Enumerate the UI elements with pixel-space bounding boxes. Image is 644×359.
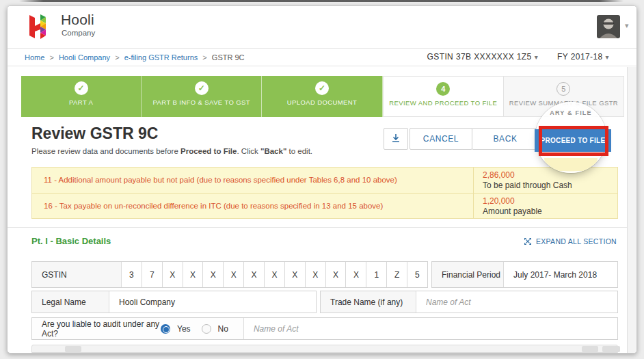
window-top-edge [19, 0, 623, 2]
gstin-char: 3 [122, 262, 142, 287]
alert-amount-block: 1,20,000 Amount payable [473, 194, 617, 218]
breadcrumb-separator: > [202, 53, 206, 62]
app-header: Hooli Company ▾ [8, 6, 636, 49]
breadcrumb-bar: Home > Hooli Company > e-filing GSTR Ret… [8, 49, 636, 66]
gstin-dropdown[interactable]: GSTIN 37B XXXXXXX 1Z5▾ [427, 52, 539, 62]
next-section-chip [65, 346, 81, 352]
breadcrumb-home[interactable]: Home [25, 53, 44, 62]
step-part-a[interactable]: ✓ PART A [21, 76, 142, 117]
gstin-char: X [223, 262, 243, 287]
radio-no-label[interactable]: No [218, 324, 228, 334]
back-button[interactable]: BACK [472, 128, 539, 150]
download-icon [390, 133, 401, 144]
check-icon: ✓ [75, 81, 88, 95]
trade-name-label: Trade Name (if any) [321, 291, 416, 313]
avatar-menu-caret-icon[interactable]: ▾ [625, 21, 629, 30]
gstin-char: X [284, 262, 305, 287]
scrollbar-track[interactable] [627, 67, 636, 353]
alert-row: 11 - Additional amount payable but not p… [32, 168, 617, 193]
check-icon: ✓ [315, 81, 329, 95]
gstin-value: GSTIN 37B XXXXXXX 1Z5 [427, 52, 532, 62]
avatar[interactable] [597, 15, 620, 38]
brand-name: Hooli [61, 12, 94, 28]
context-bar: GSTIN 37B XXXXXXX 1Z5▾ FY 2017-18▾ [427, 52, 609, 62]
gstin-char: 5 [407, 262, 427, 287]
check-icon: ✓ [195, 81, 209, 95]
audit-question-label: Are you liable to audit under any Act? [32, 318, 161, 339]
gstin-label: GSTIN [32, 262, 122, 287]
breadcrumb: Home > Hooli Company > e-filing GSTR Ret… [25, 53, 245, 62]
gstin-char: X [345, 262, 366, 287]
subtitle-bold: Proceed to File [180, 147, 237, 155]
subtitle-bold: "Back" [260, 147, 286, 155]
section-divider [8, 227, 636, 228]
step-label: PART B INFO & SAVE TO GST [142, 98, 261, 106]
payable-alerts: 11 - Additional amount payable but not p… [31, 167, 618, 219]
hooli-logo-icon [24, 12, 53, 41]
radio-yes-label[interactable]: Yes [177, 324, 191, 334]
gstin-char: X [183, 262, 203, 287]
subtitle-text: Please review data and documents before [31, 147, 180, 155]
expand-all-section-button[interactable]: EXPAND ALL SECTION [524, 237, 617, 245]
next-section-chip [582, 346, 598, 352]
gstin-char: X [305, 262, 325, 287]
basic-details-row-names: Legal Name Hooli Company Trade Name (if … [31, 291, 618, 313]
step-part-b[interactable]: ✓ PART B INFO & SAVE TO GST [142, 76, 262, 117]
trade-name-input[interactable] [416, 291, 617, 313]
step-review-proceed[interactable]: 4 REVIEW AND PROCEED TO FILE [383, 76, 504, 117]
alert-text: 11 - Additional amount payable but not p… [32, 168, 473, 193]
legal-name-value: Hooli Company [109, 291, 316, 313]
breadcrumb-separator: > [49, 53, 53, 62]
gstin-char: 1 [366, 262, 386, 287]
alert-amount: 1,20,000 [483, 196, 617, 207]
act-name-input[interactable] [244, 318, 617, 339]
alert-amount-block: 2,86,000 To be paid through Cash [473, 168, 617, 193]
step-upload-document[interactable]: ✓ UPLOAD DOCUMENT [262, 76, 382, 117]
cancel-button[interactable]: CANCEL [410, 128, 472, 150]
gstin-char: X [264, 262, 284, 287]
gstin-char: X [202, 262, 223, 287]
next-section-header-peek[interactable] [31, 345, 618, 353]
radio-no[interactable] [202, 324, 211, 334]
basic-details-row-audit: Are you liable to audit under any Act? Y… [31, 317, 618, 340]
alert-note: Amount payable [483, 207, 617, 217]
proceed-to-file-button[interactable]: PROCEED TO FILE [535, 129, 611, 152]
radio-yes[interactable] [161, 324, 170, 334]
download-button[interactable] [384, 128, 408, 150]
fy-value: FY 2017-18 [557, 52, 603, 62]
next-section-chip [602, 346, 620, 352]
app-card: Hooli Company ▾ Home > Hooli Company > e… [7, 5, 637, 354]
expand-icon [524, 237, 532, 245]
gstin-char: 7 [142, 262, 162, 287]
breadcrumb-efiling[interactable]: e-filing GSTR Returns [124, 53, 198, 62]
legal-name-label: Legal Name [32, 291, 109, 313]
section-title: Pt. I - Basic Details [31, 236, 111, 246]
alert-note: To be paid through Cash [483, 181, 617, 191]
step-review-summary[interactable]: 5 REVIEW SUMMARY & FILE GSTR 9C [504, 76, 624, 117]
step-number-badge: 5 [556, 82, 570, 96]
expand-all-label: EXPAND ALL SECTION [536, 237, 617, 245]
gstin-char-boxes: 3 7 X X X X X X X X X X 1 Z 5 [122, 262, 427, 287]
alert-text: 16 - Tax payable on un-reconciled differ… [32, 194, 473, 218]
financial-period-label: Financial Period [432, 262, 504, 287]
wizard-steps: ✓ PART A ✓ PART B INFO & SAVE TO GST ✓ U… [21, 76, 624, 117]
step-label: UPLOAD DOCUMENT [262, 98, 381, 106]
caret-down-icon: ▾ [535, 53, 538, 61]
gstin-char: Z [386, 262, 407, 287]
subtitle-text: . Click [237, 147, 260, 155]
page-subtitle: Please review data and documents before … [31, 147, 312, 155]
step-number-badge: 4 [436, 82, 450, 96]
step-label: REVIEW SUMMARY & FILE GSTR 9C [504, 99, 623, 114]
gstin-char: X [243, 262, 264, 287]
breadcrumb-separator: > [115, 53, 119, 62]
alert-row: 16 - Tax payable on un-reconciled differ… [32, 193, 617, 218]
subtitle-text: to edit. [286, 147, 312, 155]
breadcrumb-company[interactable]: Hooli Company [59, 53, 110, 62]
caret-down-icon: ▾ [606, 53, 609, 61]
basic-details-row-gstin: GSTIN 3 7 X X X X X X X X X X 1 Z 5 Fina… [31, 261, 618, 288]
fy-dropdown[interactable]: FY 2017-18▾ [557, 52, 609, 62]
brand-subtitle: Company [62, 29, 95, 37]
alert-amount: 2,86,000 [483, 170, 617, 181]
page-title: Review GSTR 9C [31, 124, 158, 143]
financial-period-value: July 2017- March 2018 [504, 262, 617, 287]
